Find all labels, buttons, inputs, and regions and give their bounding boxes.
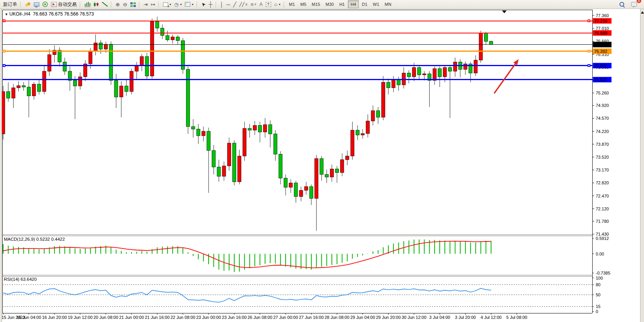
notifications-button[interactable]: 1 [630,0,639,8]
line-chart-button[interactable] [100,0,109,8]
svg-text:77.360: 77.360 [596,13,609,18]
svg-text:19 Jun 12:00: 19 Jun 12:00 [68,315,93,320]
cursor-button[interactable]: ➤ [200,0,207,8]
svg-text:72.120: 72.120 [596,206,609,211]
coins-icon [25,2,31,7]
crosshair-button[interactable]: ┼ [207,0,214,8]
timeframe-m5[interactable]: M5 [298,1,309,8]
svg-text:100: 100 [596,276,603,280]
svg-text:76.392: 76.392 [594,49,607,54]
tile-windows-button[interactable] [129,0,137,8]
svg-text:72.820: 72.820 [596,180,609,185]
timeframe-h1[interactable]: H1 [337,1,347,8]
candlestick-chart-button[interactable] [92,0,100,8]
new-order-label: 新订单 [3,1,17,8]
timeframe-h4[interactable]: H4 [348,0,359,8]
fibonacci-button[interactable]: ≡F [249,0,258,8]
svg-text:77.010: 77.010 [596,26,609,31]
svg-text:72.470: 72.470 [596,194,609,198]
search-button[interactable] [618,0,626,8]
timeframe-m30[interactable]: M30 [323,1,336,8]
signal-button[interactable] [41,0,49,8]
bar-chart-button[interactable] [83,0,92,8]
svg-text:75.260: 75.260 [596,91,609,95]
chevron-down-icon: ▾ [279,3,281,6]
terminal-icon [34,2,39,7]
vertical-line-button[interactable]: │ [219,0,225,8]
timeframe-mn[interactable]: MN [383,1,394,8]
svg-text:30 Jun 12:00: 30 Jun 12:00 [402,315,426,320]
auto-trading-label: 自动交易 [58,1,77,8]
toolbar-separator [111,2,112,7]
terminal-button[interactable] [32,0,41,8]
svg-text:71.780: 71.780 [596,219,609,224]
chevron-down-icon: ▾ [180,3,182,6]
deposit-button[interactable] [23,0,32,8]
clock-icon: ◷ [174,2,179,7]
chart-canvas: 77.36077.01076.66076.31075.96075.61075.2… [0,0,644,322]
svg-text:80: 80 [596,282,600,287]
svg-text:23 Jun 16:00: 23 Jun 16:00 [222,315,247,320]
timeframe-d1[interactable]: D1 [360,1,370,8]
toolbar-separator [80,2,81,7]
fibonacci-icon: ≡ [251,2,254,7]
horizontal-line-button[interactable]: ─ [225,0,232,8]
svg-text:75.622: 75.622 [594,77,607,82]
templates-button[interactable]: ▾ [183,0,195,8]
text-button[interactable]: A [258,0,264,8]
toolbar-separator [197,2,198,7]
svg-text:3 Jul 20:00: 3 Jul 20:00 [455,315,476,320]
svg-text:27 Jun 00:00: 27 Jun 00:00 [273,315,298,320]
vertical-line-icon: │ [220,2,223,7]
equidistant-channel-button[interactable]: ╱╱E [238,0,249,8]
svg-text:22 Jun 08:00: 22 Jun 08:00 [170,315,195,320]
svg-text:73.520: 73.520 [596,155,609,159]
chart-shift-button[interactable]: ↦ [149,0,157,8]
svg-text:28 Jun 08:00: 28 Jun 08:00 [325,315,349,320]
channel-icon: ╱╱ [239,2,244,7]
trendline-button[interactable]: ╱ [232,0,238,8]
shapes-icon: ◇ [274,2,277,7]
svg-text:26 Jun 08:00: 26 Jun 08:00 [247,315,272,320]
auto-scroll-button[interactable]: ⇥ [142,0,149,8]
svg-text:23 Jun 00:00: 23 Jun 00:00 [196,315,221,320]
svg-text:73.170: 73.170 [596,168,609,172]
chat-bubble-icon [631,2,637,7]
timeframe-m1[interactable]: M1 [287,1,297,8]
line-chart-icon [102,2,108,7]
chevron-down-icon: ▾ [170,3,171,6]
tile-windows-icon [130,2,136,7]
new-order-button[interactable]: 新订单 [2,0,19,8]
scroll-up-icon [641,11,644,14]
svg-text:76.002: 76.002 [594,63,607,68]
window-left-border [0,9,2,322]
svg-text:27 Jun 16:00: 27 Jun 16:00 [299,315,324,320]
new-chart-button[interactable]: ▾ [161,0,173,8]
label-icon: T [266,2,271,7]
shapes-button[interactable]: ◇▾ [273,0,282,8]
svg-text:0.00: 0.00 [596,252,604,256]
timeframe-m15[interactable]: M15 [309,1,322,8]
zoom-in-icon: ⊕ [116,2,120,7]
macd-label: MACD(12,26,9) 0.5232 0.4422 [4,237,65,242]
zoom-out-button[interactable]: ⊖ [121,0,129,8]
zoom-in-button[interactable]: ⊕ [114,0,121,8]
chart-scrollbar[interactable] [640,9,644,322]
chevron-down-icon: ▾ [192,3,193,6]
periods-button[interactable]: ◷▾ [173,0,183,8]
auto-trading-button[interactable]: 自动交易 [49,0,78,8]
signal-icon [42,2,48,7]
time-axis[interactable]: 15 Jun 202316 Jun 04:0016 Jun 20:0019 Ju… [2,313,527,320]
svg-text:21 Jun 16:00: 21 Jun 16:00 [145,315,170,320]
svg-text:16 Jun 04:00: 16 Jun 04:00 [16,315,41,320]
timeframe-w1[interactable]: W1 [370,1,382,8]
cursor-icon: ➤ [200,1,207,8]
svg-text:16 Jun 20:00: 16 Jun 20:00 [42,315,67,320]
channel-letter: E [246,3,247,6]
horizontal-line-icon: ─ [226,2,230,7]
svg-text:29 Jun 20:00: 29 Jun 20:00 [376,315,401,320]
label-button[interactable]: T [264,0,273,8]
symbol-dropdown-icon[interactable]: ▼ [5,12,8,16]
toolbar-separator [158,2,160,7]
toolbar-separator [20,2,22,7]
